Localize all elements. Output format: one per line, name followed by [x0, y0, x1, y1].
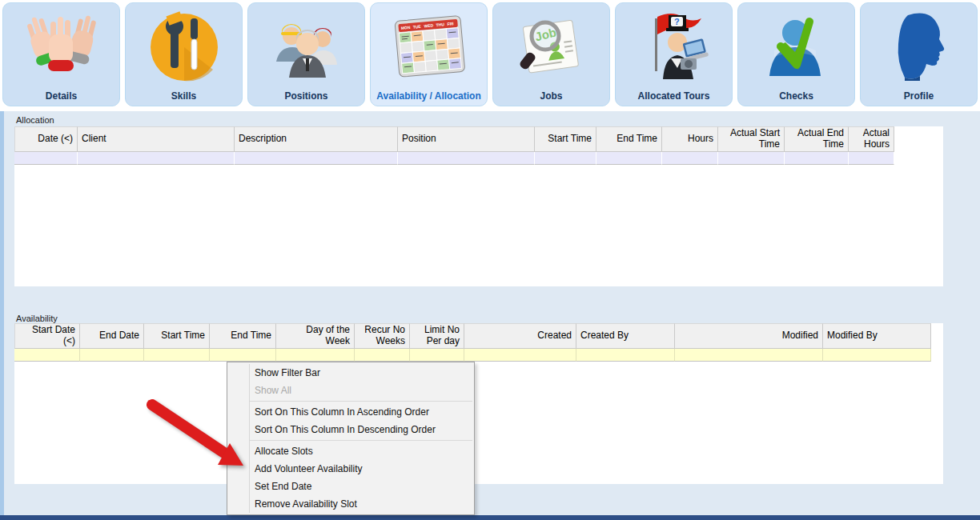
menu-item-show-all: Show All	[227, 382, 474, 399]
column-header[interactable]: Modified	[675, 323, 823, 349]
menu-icon-gutter	[249, 364, 250, 513]
tab-profile[interactable]: Profile	[860, 2, 978, 106]
tour-guide-icon: ?	[616, 3, 732, 90]
tab-checks[interactable]: Checks	[737, 2, 855, 106]
filter-cell[interactable]	[80, 349, 144, 362]
filter-cell[interactable]	[662, 152, 718, 165]
filter-cell[interactable]	[410, 349, 464, 362]
column-header[interactable]: Start Time	[535, 126, 596, 152]
column-header[interactable]: Created By	[576, 323, 675, 349]
tab-bar: Details Skills	[0, 0, 980, 111]
availability-filter-row	[14, 349, 943, 362]
window-bottom-edge	[0, 515, 980, 520]
menu-separator	[250, 401, 472, 402]
filter-cell[interactable]	[718, 152, 785, 165]
column-header[interactable]: Created	[464, 323, 576, 349]
filter-cell[interactable]	[14, 349, 80, 362]
tab-label: Skills	[171, 90, 196, 106]
menu-item-remove-availability-slot[interactable]: Remove Availability Slot	[227, 495, 474, 513]
column-header[interactable]: Position	[398, 126, 535, 152]
filter-cell[interactable]	[235, 152, 398, 165]
filter-cell[interactable]	[355, 349, 410, 362]
svg-text:THU: THU	[436, 22, 444, 27]
column-header[interactable]: Actual Start Time	[718, 126, 785, 152]
tab-label: Details	[46, 90, 77, 106]
menu-item-allocate-slots[interactable]: Allocate Slots	[227, 442, 474, 460]
menu-item-show-filter-bar[interactable]: Show Filter Bar	[227, 364, 474, 382]
tab-availability-allocation[interactable]: MONTUEWEDTHUFRI	[370, 2, 488, 106]
tab-label: Checks	[779, 90, 813, 106]
filter-cell[interactable]	[398, 152, 535, 165]
context-menu: Show Filter Bar Show All Sort On This Co…	[227, 362, 475, 515]
svg-text:FRI: FRI	[447, 21, 454, 26]
filter-cell[interactable]	[675, 349, 823, 362]
column-header[interactable]: Limit No Per day	[410, 323, 464, 349]
menu-item-sort-ascending[interactable]: Sort On This Column In Ascending Order	[227, 403, 474, 421]
column-header[interactable]: End Date	[80, 323, 144, 349]
tab-label: Jobs	[540, 90, 562, 106]
column-header[interactable]: Day of the Week	[276, 323, 355, 349]
column-header[interactable]: End Time	[596, 126, 662, 152]
tab-positions[interactable]: Positions	[247, 2, 365, 106]
filter-cell[interactable]	[576, 349, 675, 362]
tab-jobs[interactable]: Job! Jobs	[492, 2, 610, 106]
filter-cell[interactable]	[464, 349, 576, 362]
filter-cell[interactable]	[596, 152, 662, 165]
main-content: Allocation Date (<) Client Description P…	[0, 111, 980, 520]
tab-skills[interactable]: Skills	[125, 2, 243, 106]
allocation-table: Date (<) Client Description Position Sta…	[14, 126, 943, 286]
menu-item-add-volunteer-availability[interactable]: Add Volunteer Availability	[227, 460, 474, 478]
allocation-section-label: Allocation	[16, 115, 54, 125]
availability-table: Start Date (<) End Date Start Time End T…	[14, 323, 943, 484]
filter-cell[interactable]	[276, 349, 355, 362]
tools-icon	[126, 3, 242, 90]
svg-text:MON: MON	[400, 24, 411, 30]
filter-cell[interactable]	[785, 152, 849, 165]
person-check-icon	[738, 3, 854, 90]
column-header[interactable]: Start Time	[144, 323, 210, 349]
allocation-filter-row	[14, 152, 943, 165]
menu-item-set-end-date[interactable]: Set End Date	[227, 478, 474, 495]
filter-cell[interactable]	[144, 349, 210, 362]
filter-cell[interactable]	[535, 152, 596, 165]
tab-label: Positions	[284, 90, 327, 106]
tab-label: Profile	[904, 90, 934, 106]
calendar-icon: MONTUEWEDTHUFRI	[371, 3, 487, 90]
column-header[interactable]: End Time	[210, 323, 276, 349]
column-header[interactable]: Date (<)	[14, 126, 78, 152]
column-header[interactable]: Client	[78, 126, 235, 152]
filter-cell[interactable]	[14, 152, 78, 165]
profile-silhouette-icon	[861, 3, 977, 90]
filter-cell[interactable]	[210, 349, 276, 362]
availability-header-row: Start Date (<) End Date Start Time End T…	[14, 323, 943, 349]
svg-text:WED: WED	[424, 22, 434, 28]
filter-cell[interactable]	[823, 349, 931, 362]
filter-cell[interactable]	[78, 152, 235, 165]
hands-icon	[3, 3, 119, 90]
menu-item-sort-descending[interactable]: Sort On This Column In Descending Order	[227, 421, 474, 438]
column-header[interactable]: Description	[235, 126, 398, 152]
filter-cell[interactable]	[849, 152, 894, 165]
svg-text:?: ?	[674, 17, 680, 26]
tab-allocated-tours[interactable]: ? Allocated Tours	[615, 2, 733, 106]
column-header[interactable]: Hours	[662, 126, 718, 152]
workers-icon	[248, 3, 364, 90]
tab-details[interactable]: Details	[2, 2, 120, 106]
column-header[interactable]: Modified By	[823, 323, 931, 349]
job-search-icon: Job!	[493, 3, 609, 90]
column-header[interactable]: Actual End Time	[785, 126, 849, 152]
availability-section-label: Availability	[16, 314, 58, 323]
svg-text:TUE: TUE	[412, 23, 421, 29]
tab-label: Allocated Tours	[638, 90, 710, 106]
column-header[interactable]: Start Date (<)	[14, 323, 80, 349]
column-header[interactable]: Recur No Weeks	[355, 323, 410, 349]
menu-separator	[250, 440, 472, 441]
tab-label: Availability / Allocation	[376, 90, 480, 106]
allocation-header-row: Date (<) Client Description Position Sta…	[14, 126, 943, 152]
left-edge-strip	[0, 111, 4, 515]
column-header[interactable]: Actual Hours	[849, 126, 894, 152]
